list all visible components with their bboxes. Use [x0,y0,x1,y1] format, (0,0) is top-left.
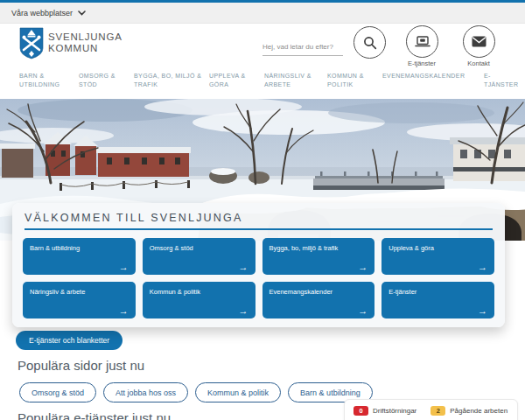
status-disruptions[interactable]: 0 Driftstörningar [354,406,416,416]
tile-label: Bygga, bo, miljö & trafik [270,244,339,252]
tile-label: Uppleva & göra [388,244,434,252]
popular-pages-title: Populära sidor just nu [18,358,525,373]
arrow-right-icon: → [478,262,487,272]
tile-label: Omsorg & stöd [150,244,193,252]
arrow-right-icon: → [358,262,368,272]
welcome-tiles: Barn & utbildning→ Omsorg & stöd→ Bygga,… [23,238,494,318]
tile-kommun-politik[interactable]: Kommun & politik→ [143,282,256,318]
tile-label: Näringsliv & arbete [30,288,85,296]
arrow-right-icon: → [239,262,248,272]
arrow-right-icon: → [478,305,487,316]
tile-omsorg-stod[interactable]: Omsorg & stöd→ [143,238,256,275]
our-websites-label: Våra webbplatser [11,9,73,18]
tile-naringsliv-arbete[interactable]: Näringsliv & arbete→ [23,282,136,318]
pill-att-jobba-hos-oss[interactable]: Att jobba hos oss [103,382,188,402]
tile-bygga-bo-miljo-trafik[interactable]: Bygga, bo, miljö & trafik→ [262,238,375,275]
nav-item-evenemangskalender[interactable]: Evenemangskalender [382,72,477,99]
municipal-crest-icon [19,27,44,60]
arrow-right-icon: → [358,305,368,316]
nav-item-bygga-bo-miljo-trafik[interactable]: Bygga, bo, miljö & trafik [134,72,202,99]
tile-barn-utbildning[interactable]: Barn & utbildning→ [23,238,136,275]
laptop-icon [415,36,430,48]
logo[interactable]: SVENLJUNGA KOMMUN [19,27,122,60]
nav-item-naringsliv-arbete[interactable]: Näringsliv & arbete [264,72,320,99]
welcome-title: VÄLKOMMEN TILL SVENLJUNGA [24,212,493,224]
nav-item-kommun-politik[interactable]: Kommun & politik [327,72,375,99]
contact-label: Kontakt [448,60,509,67]
disruptions-count-badge: 0 [354,406,368,416]
search-icon [363,36,377,50]
tile-label: Evenemangskalender [270,288,333,296]
ongoing-works-count-badge: 2 [430,406,445,416]
arrow-right-icon: → [239,305,248,316]
eservices-forms-button[interactable]: E-tjänster och blanketter [16,331,122,350]
tile-label: Kommun & politik [150,288,200,296]
status-ongoing-works[interactable]: 2 Pågående arbeten [430,406,508,416]
logo-line1: SVENLJUNGA [48,32,122,42]
chevron-down-icon [78,10,86,16]
logo-line2: KOMMUN [48,43,98,53]
welcome-divider [24,228,493,230]
search-button[interactable] [354,26,386,59]
utility-bar: Våra webbplatser [0,3,525,24]
tile-evenemangskalender[interactable]: Evenemangskalender→ [262,282,375,318]
contact-button[interactable] [463,25,495,58]
ongoing-works-label: Pågående arbeten [450,407,508,415]
search-input[interactable] [262,43,343,56]
nav-item-barn-utbildning[interactable]: Barn & utbildning [19,72,72,99]
tile-label: E-tjänster [388,288,416,296]
pill-omsorg-stod[interactable]: Omsorg & stöd [19,382,96,402]
eservices-label: E-tjänster [391,60,452,67]
disruptions-label: Driftstörningar [373,407,416,415]
nav-item-omsorg-stod[interactable]: Omsorg & stöd [79,72,127,99]
nav-item-uppleva-gora[interactable]: Uppleva & göra [209,72,257,99]
status-card: 0 Driftstörningar 2 Pågående arbeten [344,399,518,420]
our-websites-menu[interactable]: Våra webbplatser [11,9,86,18]
site-header: SVENLJUNGA KOMMUN E-tjänster [0,24,525,66]
tile-label: Barn & utbildning [30,244,80,252]
arrow-right-icon: → [119,262,129,272]
cta-row: E-tjänster och blanketter [16,331,525,350]
logo-text: SVENLJUNGA KOMMUN [48,32,122,53]
main-nav: Barn & utbildning Omsorg & stöd Bygga, b… [0,66,525,99]
welcome-panel: VÄLKOMMEN TILL SVENLJUNGA Barn & utbildn… [12,203,505,327]
tile-uppleva-gora[interactable]: Uppleva & göra→ [382,238,494,275]
envelope-icon [472,36,486,47]
arrow-right-icon: → [119,305,129,316]
tile-e-tjanster[interactable]: E-tjänster→ [382,282,494,318]
eservices-button[interactable] [406,25,438,58]
pill-kommun-politik[interactable]: Kommun & politik [195,382,281,402]
svenljunga-homepage: Våra webbplatser SVENLJUNGA KOMMUN [0,0,525,420]
nav-item-e-tjanster[interactable]: E-tjänster [484,72,522,99]
